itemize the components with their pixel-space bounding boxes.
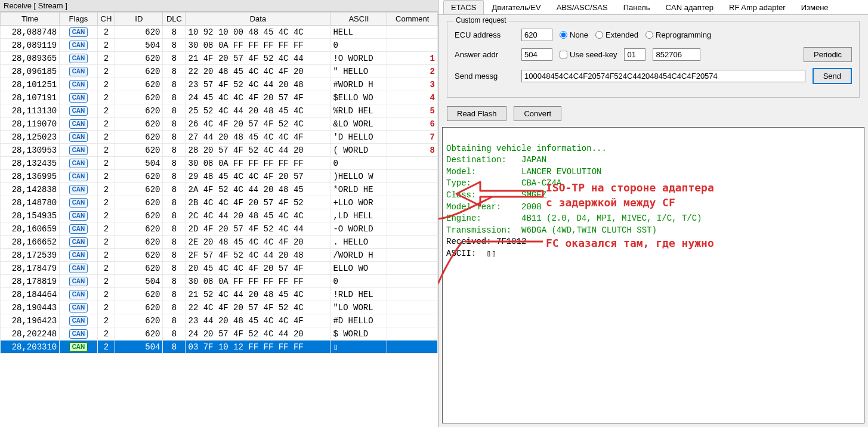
table-row[interactable]: 28,196423CAN2620823 44 20 48 45 4C 4C 4F… — [1, 314, 438, 327]
periodic-button[interactable]: Periodic — [804, 47, 852, 62]
table-row[interactable]: 28,130953CAN2620828 20 57 4F 52 4C 44 20… — [1, 144, 438, 157]
radio-reprogramming[interactable]: Reprogramming — [645, 30, 711, 39]
table-row[interactable]: 28,178479CAN2620820 45 4C 4C 4F 20 57 4F… — [1, 262, 438, 275]
cell-id: 620 — [115, 65, 163, 78]
cell-id: 504 — [115, 341, 163, 354]
send-messg-input[interactable] — [521, 70, 805, 82]
table-row[interactable]: 28,125023CAN2620827 44 20 48 45 4C 4C 4F… — [1, 131, 438, 144]
answer-addr-input[interactable] — [521, 48, 552, 61]
table-row[interactable]: 28,101251CAN2620823 57 4F 52 4C 44 20 48… — [1, 78, 438, 91]
tab-1[interactable]: Двигатель/EV — [484, 0, 548, 14]
table-row[interactable]: 28,113130CAN2620825 52 4C 44 20 48 45 4C… — [1, 104, 438, 117]
table-row[interactable]: 28,088748CAN2620810 92 10 00 48 45 4C 4C… — [1, 26, 438, 39]
radio-extended[interactable]: Extended — [595, 30, 638, 39]
table-row[interactable]: 28,148780CAN262082B 4C 4C 4F 20 57 4F 52… — [1, 196, 438, 209]
radio-extended-input[interactable] — [595, 31, 603, 39]
table-row[interactable]: 28,089365CAN2620821 4F 20 57 4F 52 4C 44… — [1, 52, 438, 65]
table-row[interactable]: 28,142838CAN262082A 4F 52 4C 44 20 48 45… — [1, 183, 438, 196]
column-header[interactable]: Flags — [60, 13, 97, 26]
term-label: Transmission: — [446, 225, 511, 235]
can-badge: CAN — [69, 277, 88, 286]
seedkey-checkbox[interactable] — [560, 51, 567, 58]
send-button[interactable]: Send — [813, 68, 852, 84]
column-header[interactable]: ID — [115, 13, 163, 26]
cell-flags: CAN — [60, 78, 97, 91]
column-header[interactable]: ASCII — [330, 13, 387, 26]
table-row[interactable]: 28,089119CAN2504830 08 0A FF FF FF FF FF… — [1, 39, 438, 52]
tab-3[interactable]: Панель — [616, 0, 658, 14]
table-row[interactable]: 28,096185CAN2620822 20 48 45 4C 4C 4F 20… — [1, 65, 438, 78]
radio-reprog-input[interactable] — [645, 31, 653, 39]
cell-time: 28,202248 — [1, 327, 60, 341]
panel-title: Receive [ Stream ] — [0, 0, 438, 12]
radio-none-input[interactable] — [560, 31, 567, 39]
column-header[interactable]: Time — [1, 13, 60, 26]
table-row[interactable]: 28,136995CAN2620829 48 45 4C 4C 4F 20 57… — [1, 170, 438, 183]
ecu-address-input[interactable] — [521, 29, 552, 41]
cell-flags: CAN — [60, 341, 97, 354]
cell-ch: 2 — [97, 26, 115, 39]
tab-2[interactable]: ABS/ASC/SAS — [549, 0, 616, 14]
table-row[interactable]: 28,202248CAN2620824 20 57 4F 52 4C 44 20… — [1, 327, 438, 341]
cell-id: 620 — [115, 52, 163, 65]
cell-data: 2F 57 4F 52 4C 44 20 48 — [186, 249, 330, 262]
cell-time: 28,184464 — [1, 288, 60, 301]
column-header[interactable]: Comment — [387, 13, 438, 26]
seedkey-input-1[interactable] — [624, 48, 645, 61]
table-row[interactable]: 28,172539CAN262082F 57 4F 52 4C 44 20 48… — [1, 249, 438, 262]
tab-6[interactable]: Измене — [793, 0, 836, 14]
can-grid[interactable]: TimeFlagsCHIDDLCDataASCIIComment 28,0887… — [0, 12, 438, 427]
cell-ascii: 0 — [330, 157, 387, 170]
cell-ascii: &LO WORL — [330, 117, 387, 131]
cell-time: 28,113130 — [1, 104, 60, 117]
cell-dlc: 8 — [163, 39, 186, 52]
cell-data: 03 7F 10 12 FF FF FF FF — [186, 341, 330, 354]
convert-button[interactable]: Convert — [514, 106, 561, 121]
table-row[interactable]: 28,160659CAN262082D 4F 20 57 4F 52 4C 44… — [1, 222, 438, 236]
cell-time: 28,088748 — [1, 26, 60, 39]
table-row[interactable]: 28,119070CAN2620826 4C 4F 20 57 4F 52 4C… — [1, 117, 438, 131]
tab-0[interactable]: ETACS — [443, 0, 484, 14]
cell-ascii: ( WORLD — [330, 144, 387, 157]
column-header[interactable]: CH — [97, 13, 115, 26]
cell-comment — [387, 249, 438, 262]
table-row[interactable]: 28,178819CAN2504830 08 0A FF FF FF FF FF… — [1, 275, 438, 288]
cell-comment — [387, 262, 438, 275]
table-row[interactable]: 28,203310CAN2504803 7F 10 12 FF FF FF FF… — [1, 341, 438, 354]
term-label: Type: — [446, 178, 471, 188]
tab-4[interactable]: CAN адаптер — [658, 0, 721, 14]
right-panel: ETACSДвигатель/EVABS/ASC/SASПанельCAN ад… — [438, 0, 868, 427]
can-badge: CAN — [69, 54, 88, 63]
cell-flags: CAN — [60, 236, 97, 249]
table-row[interactable]: 28,184464CAN2620821 52 4C 44 20 48 45 4C… — [1, 288, 438, 301]
table-row[interactable]: 28,107191CAN2620824 45 4C 4C 4F 20 57 4F… — [1, 91, 438, 104]
cell-id: 620 — [115, 26, 163, 39]
table-row[interactable]: 28,190443CAN2620822 4C 4F 20 57 4F 52 4C… — [1, 301, 438, 314]
column-header[interactable]: Data — [186, 13, 330, 26]
use-seedkey[interactable]: Use seed-key — [560, 50, 617, 59]
read-flash-button[interactable]: Read Flash — [447, 106, 506, 121]
table-row[interactable]: 28,132435CAN2504830 08 0A FF FF FF FF FF… — [1, 157, 438, 170]
cell-comment — [387, 196, 438, 209]
cell-time: 28,160659 — [1, 222, 60, 236]
cell-dlc: 8 — [163, 275, 186, 288]
cell-ascii: . HELLO — [330, 236, 387, 249]
tab-5[interactable]: RF Amp adapter — [721, 0, 793, 14]
cell-id: 620 — [115, 301, 163, 314]
cell-dlc: 8 — [163, 52, 186, 65]
column-header[interactable]: DLC — [163, 13, 186, 26]
cell-id: 620 — [115, 183, 163, 196]
cell-flags: CAN — [60, 104, 97, 117]
can-badge: CAN — [69, 41, 88, 50]
cell-flags: CAN — [60, 39, 97, 52]
table-row[interactable]: 28,154935CAN262082C 4C 44 20 48 45 4C 4C… — [1, 209, 438, 222]
term-value: 2008 — [521, 202, 542, 212]
terminal-output[interactable]: Obtaining vehicle information... Destina… — [442, 127, 864, 423]
cell-ascii: $ELLO WO — [330, 91, 387, 104]
table-row[interactable]: 28,166652CAN262082E 20 48 45 4C 4C 4F 20… — [1, 236, 438, 249]
cell-id: 504 — [115, 157, 163, 170]
cell-dlc: 8 — [163, 26, 186, 39]
cell-ch: 2 — [97, 196, 115, 209]
radio-none[interactable]: None — [560, 30, 588, 39]
seedkey-input-2[interactable] — [653, 48, 700, 61]
